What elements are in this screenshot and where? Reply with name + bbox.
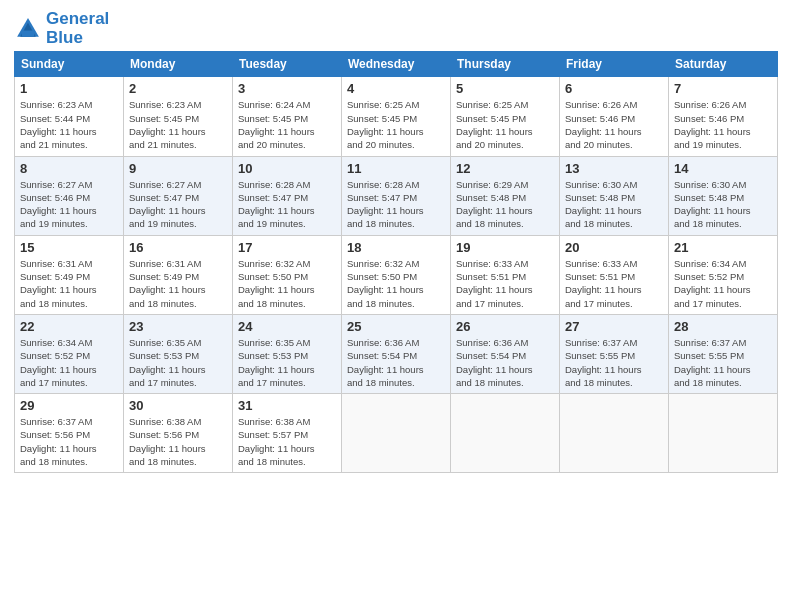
- calendar-cell: 18Sunrise: 6:32 AM Sunset: 5:50 PM Dayli…: [342, 235, 451, 314]
- calendar-cell: 5Sunrise: 6:25 AM Sunset: 5:45 PM Daylig…: [451, 77, 560, 156]
- calendar-cell: 15Sunrise: 6:31 AM Sunset: 5:49 PM Dayli…: [15, 235, 124, 314]
- calendar-cell: 8Sunrise: 6:27 AM Sunset: 5:46 PM Daylig…: [15, 156, 124, 235]
- calendar-cell: 14Sunrise: 6:30 AM Sunset: 5:48 PM Dayli…: [669, 156, 778, 235]
- day-number: 8: [20, 161, 118, 176]
- svg-rect-2: [22, 30, 34, 36]
- day-info: Sunrise: 6:37 AM Sunset: 5:56 PM Dayligh…: [20, 415, 118, 468]
- calendar-cell: 11Sunrise: 6:28 AM Sunset: 5:47 PM Dayli…: [342, 156, 451, 235]
- day-info: Sunrise: 6:32 AM Sunset: 5:50 PM Dayligh…: [347, 257, 445, 310]
- day-info: Sunrise: 6:30 AM Sunset: 5:48 PM Dayligh…: [674, 178, 772, 231]
- day-number: 2: [129, 81, 227, 96]
- day-info: Sunrise: 6:23 AM Sunset: 5:44 PM Dayligh…: [20, 98, 118, 151]
- day-number: 31: [238, 398, 336, 413]
- calendar-cell: [451, 394, 560, 473]
- calendar-cell: [669, 394, 778, 473]
- day-number: 5: [456, 81, 554, 96]
- day-number: 4: [347, 81, 445, 96]
- day-info: Sunrise: 6:34 AM Sunset: 5:52 PM Dayligh…: [20, 336, 118, 389]
- calendar-cell: [342, 394, 451, 473]
- calendar-cell: 1Sunrise: 6:23 AM Sunset: 5:44 PM Daylig…: [15, 77, 124, 156]
- logo-icon: [14, 15, 42, 43]
- day-number: 17: [238, 240, 336, 255]
- calendar-table: SundayMondayTuesdayWednesdayThursdayFrid…: [14, 51, 778, 473]
- day-number: 9: [129, 161, 227, 176]
- day-info: Sunrise: 6:23 AM Sunset: 5:45 PM Dayligh…: [129, 98, 227, 151]
- day-info: Sunrise: 6:35 AM Sunset: 5:53 PM Dayligh…: [129, 336, 227, 389]
- calendar-week-row: 22Sunrise: 6:34 AM Sunset: 5:52 PM Dayli…: [15, 314, 778, 393]
- day-number: 26: [456, 319, 554, 334]
- day-of-week-header: Thursday: [451, 52, 560, 77]
- calendar-cell: 24Sunrise: 6:35 AM Sunset: 5:53 PM Dayli…: [233, 314, 342, 393]
- day-info: Sunrise: 6:35 AM Sunset: 5:53 PM Dayligh…: [238, 336, 336, 389]
- day-info: Sunrise: 6:33 AM Sunset: 5:51 PM Dayligh…: [456, 257, 554, 310]
- calendar-cell: 30Sunrise: 6:38 AM Sunset: 5:56 PM Dayli…: [124, 394, 233, 473]
- day-info: Sunrise: 6:28 AM Sunset: 5:47 PM Dayligh…: [347, 178, 445, 231]
- calendar-cell: 12Sunrise: 6:29 AM Sunset: 5:48 PM Dayli…: [451, 156, 560, 235]
- day-info: Sunrise: 6:29 AM Sunset: 5:48 PM Dayligh…: [456, 178, 554, 231]
- day-number: 21: [674, 240, 772, 255]
- day-info: Sunrise: 6:27 AM Sunset: 5:47 PM Dayligh…: [129, 178, 227, 231]
- day-info: Sunrise: 6:36 AM Sunset: 5:54 PM Dayligh…: [456, 336, 554, 389]
- day-info: Sunrise: 6:30 AM Sunset: 5:48 PM Dayligh…: [565, 178, 663, 231]
- calendar-week-row: 1Sunrise: 6:23 AM Sunset: 5:44 PM Daylig…: [15, 77, 778, 156]
- logo: General Blue: [14, 10, 109, 47]
- day-info: Sunrise: 6:38 AM Sunset: 5:57 PM Dayligh…: [238, 415, 336, 468]
- day-info: Sunrise: 6:26 AM Sunset: 5:46 PM Dayligh…: [674, 98, 772, 151]
- calendar-cell: 21Sunrise: 6:34 AM Sunset: 5:52 PM Dayli…: [669, 235, 778, 314]
- calendar-cell: 22Sunrise: 6:34 AM Sunset: 5:52 PM Dayli…: [15, 314, 124, 393]
- day-number: 27: [565, 319, 663, 334]
- day-info: Sunrise: 6:24 AM Sunset: 5:45 PM Dayligh…: [238, 98, 336, 151]
- calendar-week-row: 8Sunrise: 6:27 AM Sunset: 5:46 PM Daylig…: [15, 156, 778, 235]
- calendar-week-row: 29Sunrise: 6:37 AM Sunset: 5:56 PM Dayli…: [15, 394, 778, 473]
- day-number: 3: [238, 81, 336, 96]
- calendar-cell: [560, 394, 669, 473]
- day-number: 29: [20, 398, 118, 413]
- day-number: 25: [347, 319, 445, 334]
- day-number: 19: [456, 240, 554, 255]
- day-number: 22: [20, 319, 118, 334]
- day-number: 7: [674, 81, 772, 96]
- day-info: Sunrise: 6:25 AM Sunset: 5:45 PM Dayligh…: [347, 98, 445, 151]
- day-info: Sunrise: 6:38 AM Sunset: 5:56 PM Dayligh…: [129, 415, 227, 468]
- day-info: Sunrise: 6:27 AM Sunset: 5:46 PM Dayligh…: [20, 178, 118, 231]
- day-of-week-header: Monday: [124, 52, 233, 77]
- header: General Blue: [14, 10, 778, 47]
- day-of-week-header: Saturday: [669, 52, 778, 77]
- day-info: Sunrise: 6:28 AM Sunset: 5:47 PM Dayligh…: [238, 178, 336, 231]
- day-info: Sunrise: 6:33 AM Sunset: 5:51 PM Dayligh…: [565, 257, 663, 310]
- day-number: 10: [238, 161, 336, 176]
- day-info: Sunrise: 6:31 AM Sunset: 5:49 PM Dayligh…: [129, 257, 227, 310]
- calendar-cell: 29Sunrise: 6:37 AM Sunset: 5:56 PM Dayli…: [15, 394, 124, 473]
- day-number: 6: [565, 81, 663, 96]
- day-number: 1: [20, 81, 118, 96]
- day-number: 15: [20, 240, 118, 255]
- day-of-week-header: Sunday: [15, 52, 124, 77]
- day-number: 28: [674, 319, 772, 334]
- calendar-cell: 13Sunrise: 6:30 AM Sunset: 5:48 PM Dayli…: [560, 156, 669, 235]
- day-info: Sunrise: 6:37 AM Sunset: 5:55 PM Dayligh…: [565, 336, 663, 389]
- page-container: General Blue SundayMondayTuesdayWednesda…: [0, 0, 792, 481]
- day-of-week-header: Tuesday: [233, 52, 342, 77]
- day-number: 11: [347, 161, 445, 176]
- calendar-cell: 26Sunrise: 6:36 AM Sunset: 5:54 PM Dayli…: [451, 314, 560, 393]
- day-number: 12: [456, 161, 554, 176]
- calendar-cell: 3Sunrise: 6:24 AM Sunset: 5:45 PM Daylig…: [233, 77, 342, 156]
- day-of-week-header: Friday: [560, 52, 669, 77]
- day-info: Sunrise: 6:37 AM Sunset: 5:55 PM Dayligh…: [674, 336, 772, 389]
- calendar-cell: 9Sunrise: 6:27 AM Sunset: 5:47 PM Daylig…: [124, 156, 233, 235]
- day-number: 14: [674, 161, 772, 176]
- calendar-cell: 16Sunrise: 6:31 AM Sunset: 5:49 PM Dayli…: [124, 235, 233, 314]
- day-info: Sunrise: 6:34 AM Sunset: 5:52 PM Dayligh…: [674, 257, 772, 310]
- calendar-week-row: 15Sunrise: 6:31 AM Sunset: 5:49 PM Dayli…: [15, 235, 778, 314]
- day-info: Sunrise: 6:31 AM Sunset: 5:49 PM Dayligh…: [20, 257, 118, 310]
- calendar-cell: 6Sunrise: 6:26 AM Sunset: 5:46 PM Daylig…: [560, 77, 669, 156]
- day-number: 13: [565, 161, 663, 176]
- day-info: Sunrise: 6:25 AM Sunset: 5:45 PM Dayligh…: [456, 98, 554, 151]
- header-row: SundayMondayTuesdayWednesdayThursdayFrid…: [15, 52, 778, 77]
- calendar-cell: 27Sunrise: 6:37 AM Sunset: 5:55 PM Dayli…: [560, 314, 669, 393]
- day-info: Sunrise: 6:36 AM Sunset: 5:54 PM Dayligh…: [347, 336, 445, 389]
- calendar-cell: 2Sunrise: 6:23 AM Sunset: 5:45 PM Daylig…: [124, 77, 233, 156]
- day-of-week-header: Wednesday: [342, 52, 451, 77]
- calendar-cell: 25Sunrise: 6:36 AM Sunset: 5:54 PM Dayli…: [342, 314, 451, 393]
- day-number: 24: [238, 319, 336, 334]
